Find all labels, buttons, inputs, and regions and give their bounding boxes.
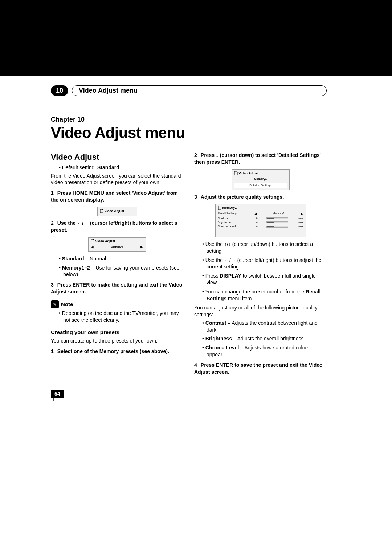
intro-paragraph: From the Video Adjust screen you can sel…	[51, 173, 183, 186]
pencil-icon: ✎	[51, 300, 59, 308]
slider-icon	[266, 217, 288, 219]
osd4-recall-label: Recall Settings	[218, 212, 243, 215]
osd4-chroma-label: Chroma Level	[218, 224, 243, 228]
tip-updown-before: Use the	[205, 241, 224, 247]
create-step-3: 3Adjust the picture quality settings.	[194, 194, 327, 200]
osd4-recall-value: Memory1	[268, 212, 290, 215]
document-icon	[100, 209, 103, 213]
note-header: ✎ Note	[51, 300, 183, 308]
osd4-row-brightness: Brightness min max	[218, 220, 303, 224]
preset-standard-label: Standard	[62, 256, 84, 262]
presets-intro: You can create up to three presets of yo…	[51, 337, 183, 344]
step-3-text: Press ENTER to make the setting and exit…	[51, 282, 182, 295]
pq-settings-list: Contrast – Adjusts the contrast between …	[194, 320, 327, 358]
note-list: Depending on the disc and the TV/monitor…	[51, 310, 183, 324]
chapter-header: 10 Video Adjust menu	[51, 85, 327, 96]
document-icon	[91, 239, 94, 243]
tip-display-bold: DISPLAY	[220, 273, 241, 279]
create-step-3-text: Adjust the picture quality settings.	[201, 194, 284, 200]
preset-standard-desc: – Normal	[84, 256, 106, 262]
page-title: Video Adjust menu	[51, 124, 327, 142]
pq-intro: You can adjust any or all of the followi…	[194, 304, 327, 318]
osd4-row-recall: Recall Settings ◀ Memory1 ▶	[218, 211, 303, 216]
left-arrow-icon: ◀	[254, 211, 257, 216]
step-3: 3Press ENTER to make the setting and exi…	[51, 281, 183, 295]
pq-brightness: Brightness – Adjusts the overall brightn…	[202, 335, 327, 342]
osd4-brightness-label: Brightness	[218, 220, 243, 224]
pq-contrast: Contrast – Adjusts the contrast between …	[202, 320, 327, 333]
osd4-row-contrast: Contrast min max	[218, 216, 303, 220]
pq-brightness-desc: – Adjusts the overall brightness.	[232, 336, 305, 341]
page-number: 54	[51, 390, 64, 398]
create-step-1: 1Select one of the Memory presets (see a…	[51, 348, 183, 355]
tip-display-before: Press	[205, 273, 220, 279]
osd2-value: Standard	[111, 245, 123, 249]
slider-icon	[266, 226, 288, 228]
top-black-band	[0, 0, 392, 76]
tip-leftright: Use the ←/→ (cursor left/right) buttons …	[202, 257, 327, 271]
default-setting-value: Standard	[97, 165, 119, 170]
tip-updown: Use the ↑/↓ (cursor up/down) buttons to …	[202, 241, 327, 255]
right-arrow-icon: ▶	[140, 244, 143, 250]
tip-display: Press DISPLAY to switch between full and…	[202, 272, 327, 286]
preset-memory: Memory1–2 – Use for saving your own pres…	[59, 264, 183, 278]
default-setting-line: • Default setting: Standard	[51, 164, 183, 171]
note-label: Note	[61, 301, 73, 308]
create-step-4: 4Press ENTER to save the preset and exit…	[194, 362, 327, 376]
osd4-min: min	[252, 221, 258, 224]
section-heading-presets: Creating your own presets	[51, 329, 183, 336]
page-lang: En	[51, 398, 64, 402]
osd4-min: min	[252, 225, 258, 228]
tip-recall: You can change the preset number from th…	[202, 288, 327, 302]
chapter-label: Chapter 10	[51, 116, 327, 123]
right-arrow-icon: ▶	[301, 211, 303, 216]
section-heading-video-adjust: Video Adjust	[51, 152, 183, 163]
osd-screenshot-3: Video Adjust Memory1 Detailed Settings	[232, 169, 290, 190]
tip-recall-before: You can change the preset number from th…	[205, 289, 306, 295]
page-footer: 54 En	[51, 390, 64, 402]
chapter-number-badge: 10	[51, 85, 68, 96]
osd3-row-memory: Memory1	[234, 177, 287, 182]
osd-screenshot-4: Memory1 Recall Settings ◀ Memory1 ▶ Cont…	[215, 204, 306, 237]
default-setting-label: Default setting:	[62, 165, 96, 170]
pq-chroma: Chroma Level – Adjusts how saturated col…	[202, 344, 327, 358]
osd4-max: max	[297, 225, 303, 228]
osd4-min: min	[252, 216, 258, 220]
slider-icon	[266, 221, 288, 223]
left-arrow-icon: ◀	[91, 244, 94, 250]
right-column: 2Press ↓ (cursor down) to select 'Detail…	[194, 152, 327, 376]
osd4-title: Memory1	[222, 206, 237, 210]
document-icon	[218, 206, 221, 210]
osd4-contrast-label: Contrast	[218, 216, 243, 220]
osd3-title: Video Adjust	[239, 171, 259, 175]
tip-recall-after: menu item.	[226, 296, 253, 301]
preset-list: Standard – Normal Memory1–2 – Use for sa…	[51, 255, 183, 278]
osd-screenshot-1: Video Adjust	[97, 207, 137, 216]
tip-lr-before: Use the	[205, 257, 224, 263]
create-step-2-before: Press	[201, 152, 216, 158]
document-icon	[234, 171, 238, 175]
left-column: Video Adjust • Default setting: Standard…	[51, 152, 183, 376]
osd3-row-detailed: Detailed Settings	[234, 183, 287, 188]
chapter-title-text: Video Adjust menu	[79, 87, 138, 94]
osd4-row-chroma: Chroma Level min max	[218, 224, 303, 228]
page-content: 10 Video Adjust menu Chapter 10 Video Ad…	[51, 85, 327, 376]
osd-screenshot-2: Video Adjust ◀ Standard ▶	[88, 237, 146, 252]
step-2: 2Use the ←/→ (cursor left/right) buttons…	[51, 220, 183, 234]
adjust-tips-list: Use the ↑/↓ (cursor up/down) buttons to …	[194, 241, 327, 302]
left-right-arrows-icon: ←/→	[224, 257, 236, 263]
pq-brightness-label: Brightness	[205, 336, 232, 341]
two-column-layout: Video Adjust • Default setting: Standard…	[51, 152, 327, 376]
step-1: 1Press HOME MENU and select 'Video Adjus…	[51, 190, 183, 203]
create-step-1-text: Select one of the Memory presets (see ab…	[57, 348, 169, 354]
down-arrow-icon: ↓	[216, 152, 219, 158]
chapter-title-pill: Video Adjust menu	[72, 85, 327, 96]
osd4-max: max	[297, 216, 303, 220]
osd4-max: max	[297, 221, 303, 224]
osd2-title: Video Adjust	[95, 239, 115, 243]
left-right-arrows-icon: ←/→	[77, 220, 89, 226]
create-step-4-text: Press ENTER to save the preset and exit …	[194, 362, 323, 375]
title-block: Chapter 10 Video Adjust menu	[51, 116, 327, 142]
osd1-title: Video Adjust	[105, 209, 124, 213]
step-2-before: Use the	[57, 220, 77, 226]
